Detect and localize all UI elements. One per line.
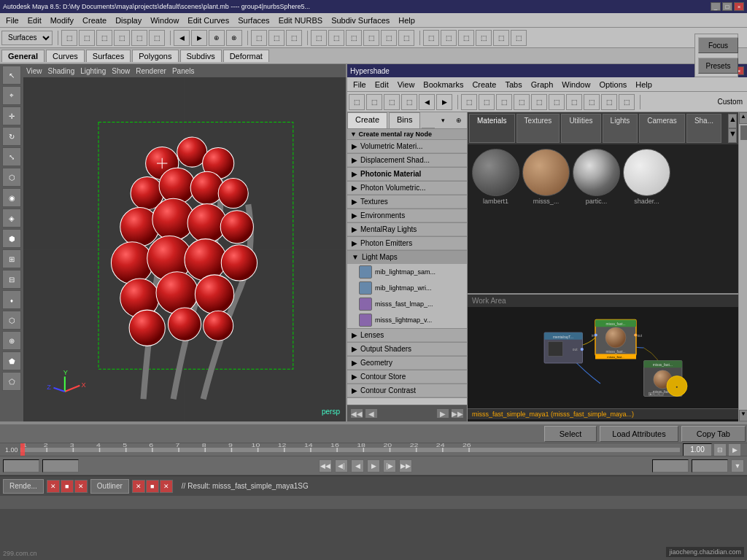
hs-scroll-down[interactable]: ▼ [739,410,747,421]
menu-modify[interactable]: Modify [46,15,78,26]
hs-tb-arrow-left[interactable]: ◀ [419,94,435,110]
hs-section-header-photonic[interactable]: ▶Photonic Material [347,168,467,181]
tool-7[interactable]: ◉ [2,188,21,207]
toolbar-btn-24[interactable]: ⬚ [493,30,509,46]
hs-tb-6[interactable]: ⬚ [479,94,495,110]
hs-menu-window[interactable]: Window [557,79,595,90]
workarea-canvas[interactable]: mentalrayT... out misss_fast... [468,307,738,419]
toolbar-btn-12[interactable]: ⬚ [268,30,285,46]
toolbar-btn-18[interactable]: ⬚ [381,30,397,46]
play-rewind[interactable]: ◀◀ [319,459,332,472]
tool-15[interactable]: ⬟ [2,351,21,370]
material-lambert1[interactable]: lambert1 [472,149,519,205]
menu-file[interactable]: File [1,15,23,26]
copy-tab-button[interactable]: Copy Tab [681,426,746,442]
play-back[interactable]: ◀ [351,459,364,472]
time-input-end[interactable]: 24.00 [42,459,79,472]
hs-menu-bookmarks[interactable]: Bookmarks [419,79,468,90]
render-btn-1[interactable]: ✕ [47,480,60,493]
hs-item-misss-fast-lmap[interactable]: misss_fast_lmap_... [347,296,467,312]
menu-edit-curves[interactable]: Edit Curves [183,15,233,26]
timeline-track[interactable]: 1 2 3 4 5 6 7 8 9 [20,443,680,456]
hs-section-header-output[interactable]: ▶Output Shaders [347,343,467,356]
rotate-tool[interactable]: ↻ [2,127,21,146]
materials-scrollbar[interactable]: ▲ ▼ [728,114,737,143]
hs-right-scrollbar[interactable]: ▲ ▼ [738,112,747,421]
hs-tab-bins[interactable]: Bins [389,112,420,128]
hs-menu-view[interactable]: View [393,79,419,90]
select-tool[interactable]: ↖ [2,66,21,85]
focus-button[interactable]: Focus [698,37,738,53]
play-step-back[interactable]: ◀| [335,459,348,472]
tab-cameras[interactable]: Cameras [639,114,685,143]
hs-tb-12[interactable]: ⬚ [584,94,600,110]
hs-nav-first[interactable]: ◀◀ [350,408,363,419]
tab-lights[interactable]: Lights [603,114,638,143]
hs-nav-next[interactable]: ▶ [436,408,449,419]
minimize-button[interactable]: _ [711,2,721,11]
hs-section-header-light-maps[interactable]: ▼Light Maps [347,251,467,264]
toolbar-btn-1[interactable]: ⬚ [61,30,77,46]
menu-display[interactable]: Display [111,15,146,26]
tab-deformat[interactable]: Deformat [223,50,269,62]
hs-tb-14[interactable]: ⬚ [619,94,635,110]
toolbar-btn-3[interactable]: ⬚ [96,30,112,46]
maximize-button[interactable]: □ [722,2,732,11]
play-step-fwd[interactable]: |▶ [383,459,396,472]
frame-start-input[interactable] [683,443,712,456]
viewport-canvas[interactable]: X Y Z persp [23,77,346,421]
material-misss[interactable]: misss_... [522,149,570,205]
tab-sha[interactable]: Sha... [686,114,721,143]
outliner-btn-2[interactable]: ■ [146,480,159,493]
hs-tb-3[interactable]: ⬚ [384,94,400,110]
hs-section-header-geometry[interactable]: ▶Geometry [347,357,467,370]
move-tool[interactable]: ✛ [2,106,21,125]
hs-menu-options[interactable]: Options [595,79,631,90]
toolbar-btn-22[interactable]: ⬚ [458,30,474,46]
scale-tool[interactable]: ⤡ [2,147,21,166]
workspace-dropdown[interactable]: Surfaces [1,31,53,45]
outliner-btn-3[interactable]: ✕ [160,480,173,493]
hs-section-header-photon-vol[interactable]: ▶Photon Volumetric... [347,182,467,195]
hs-tb-2[interactable]: ⬚ [366,94,382,110]
toolbar-btn-23[interactable]: ⬚ [476,30,492,46]
menu-surfaces[interactable]: Surfaces [233,15,274,26]
tool-16[interactable]: ⬠ [2,372,21,391]
toolbar-btn-5[interactable]: ⬚ [131,30,147,46]
hs-tb-5[interactable]: ⬚ [461,94,477,110]
hs-section-header-mr-lights[interactable]: ▶MentalRay Lights [347,223,467,236]
tool-14[interactable]: ⊕ [2,331,21,350]
hs-menu-help[interactable]: Help [631,79,657,90]
toolbar-btn-7[interactable]: ◀ [174,30,190,46]
hs-tab-create[interactable]: Create [347,112,387,128]
tool-8[interactable]: ◈ [2,209,21,228]
render-btn-2[interactable]: ■ [61,480,74,493]
presets-button[interactable]: Presets [698,58,738,74]
time-input-start[interactable]: 1.00 [3,459,39,472]
hs-item-mib-lightmap-sam[interactable]: mib_lightmap_sam... [347,264,467,280]
hs-tb-1[interactable]: ⬚ [349,94,365,110]
menu-edit[interactable]: Edit [23,15,46,26]
load-attributes-button[interactable]: Load Attributes [600,426,678,442]
toolbar-btn-14[interactable]: ⬚ [311,30,327,46]
hs-section-header-envs[interactable]: ▶Environments [347,209,467,222]
hs-menu-file[interactable]: File [349,79,371,90]
viewport-menu-renderer[interactable]: Renderer [136,67,166,75]
toolbar-btn-4[interactable]: ⬚ [114,30,130,46]
tl-btn-1[interactable]: ⊟ [713,443,727,456]
play-ff[interactable]: ▶▶ [399,459,412,472]
tool-9[interactable]: ⬢ [2,229,21,248]
hs-tb-11[interactable]: ⬚ [566,94,582,110]
tab-materials[interactable]: Materials [469,114,515,143]
tool-10[interactable]: ⊞ [2,249,21,268]
viewport-menu-lighting[interactable]: Lighting [80,67,106,75]
hs-scroll-up[interactable]: ▲ [739,112,747,124]
toolbar-btn-13[interactable]: ⬚ [286,30,302,46]
viewport-menu-shading[interactable]: Shading [48,67,75,75]
outliner-btn-1[interactable]: ✕ [132,480,145,493]
hs-section-header-volumetric[interactable]: ▶Volumetric Materi... [347,140,467,153]
tool-13[interactable]: ⬡ [2,311,21,330]
hs-scroll-thumb[interactable] [740,125,747,140]
toolbar-btn-19[interactable]: ⬚ [398,30,414,46]
material-partic[interactable]: partic... [573,149,620,205]
